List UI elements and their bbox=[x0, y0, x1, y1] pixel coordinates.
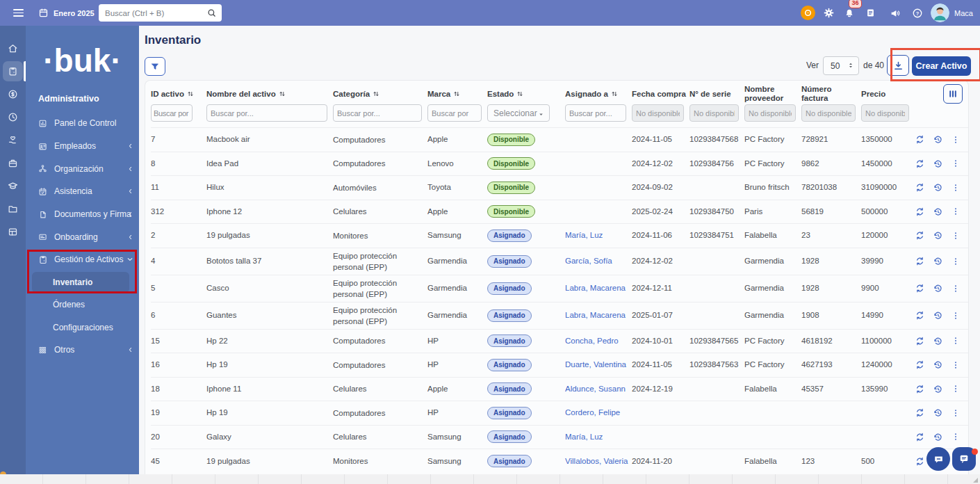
rail-item-clipboard[interactable] bbox=[0, 60, 26, 83]
col-header-nombre-del-activo[interactable]: Nombre del activo bbox=[206, 81, 333, 103]
period-label[interactable]: Enero 2025 bbox=[54, 9, 95, 17]
history-icon[interactable] bbox=[933, 256, 943, 266]
columns-button[interactable] bbox=[943, 84, 963, 104]
per-page-select[interactable]: 50 bbox=[823, 56, 859, 75]
sort-icon[interactable] bbox=[372, 90, 380, 98]
assigned-link[interactable]: Concha, Pedro bbox=[565, 337, 619, 345]
filter-input-nombre-del-activo[interactable] bbox=[206, 104, 327, 122]
filter-input-asignado-a[interactable] bbox=[565, 104, 626, 122]
notifications-bell[interactable]: 36 bbox=[839, 8, 860, 19]
kebab-menu-icon[interactable] bbox=[951, 135, 961, 145]
filter-input-id-activo[interactable] bbox=[151, 104, 193, 122]
history-icon[interactable] bbox=[933, 336, 943, 346]
sidebar-subitem--rdenes[interactable]: Órdenes bbox=[26, 293, 139, 316]
reassign-icon[interactable] bbox=[915, 230, 925, 241]
gear-icon[interactable] bbox=[818, 7, 839, 19]
assigned-link[interactable]: Labra, Macarena bbox=[565, 284, 626, 292]
col-header-id-activo[interactable]: ID activo bbox=[151, 81, 206, 103]
reassign-icon[interactable] bbox=[915, 182, 925, 193]
rail-item-box[interactable] bbox=[0, 152, 26, 175]
assigned-link[interactable]: María, Luz bbox=[565, 231, 603, 239]
assigned-link[interactable]: Aldunce, Susann bbox=[565, 385, 626, 393]
sort-icon[interactable] bbox=[186, 90, 195, 98]
filter-input-marca[interactable] bbox=[427, 104, 482, 122]
reassign-icon[interactable] bbox=[915, 134, 925, 145]
history-icon[interactable] bbox=[933, 408, 943, 418]
rail-item-hand-heart[interactable] bbox=[0, 129, 26, 152]
assigned-link[interactable]: Cordero, Felipe bbox=[565, 408, 620, 417]
col-header-marca[interactable]: Marca bbox=[427, 81, 487, 103]
filter-button[interactable] bbox=[145, 57, 165, 76]
history-icon[interactable] bbox=[933, 230, 943, 241]
kebab-menu-icon[interactable] bbox=[951, 231, 961, 241]
rail-item-home[interactable] bbox=[0, 37, 26, 60]
sidebar-item-onboarding[interactable]: Onboarding bbox=[26, 225, 139, 248]
rail-item-folder[interactable] bbox=[0, 197, 26, 220]
rail-item-kanban[interactable] bbox=[0, 220, 26, 243]
kebab-menu-icon[interactable] bbox=[951, 284, 961, 293]
history-icon[interactable] bbox=[933, 360, 943, 370]
sort-icon[interactable] bbox=[452, 90, 461, 98]
sidebar-item-empleados[interactable]: Empleados bbox=[26, 135, 139, 158]
reassign-icon[interactable] bbox=[915, 456, 925, 467]
kebab-menu-icon[interactable] bbox=[951, 432, 961, 442]
reassign-icon[interactable] bbox=[915, 432, 925, 442]
kebab-menu-icon[interactable] bbox=[951, 159, 961, 168]
assigned-link[interactable]: Labra, Macarena bbox=[565, 311, 626, 319]
sort-icon[interactable] bbox=[516, 90, 524, 98]
help-icon[interactable]: ? bbox=[907, 8, 928, 19]
kebab-menu-icon[interactable] bbox=[951, 257, 961, 266]
megaphone-icon[interactable] bbox=[885, 8, 906, 19]
col-header-asignado-a[interactable]: Asignado a bbox=[565, 81, 632, 103]
col-header-categor-a[interactable]: Categoría bbox=[333, 81, 427, 103]
kebab-menu-icon[interactable] bbox=[951, 207, 961, 216]
support-widget-fab[interactable] bbox=[952, 447, 976, 471]
kebab-menu-icon[interactable] bbox=[951, 408, 961, 418]
filter-select-estado[interactable]: Seleccionar bbox=[487, 104, 550, 122]
sidebar-item-asistencia[interactable]: Asistencia bbox=[26, 180, 139, 203]
col-header-estado[interactable]: Estado bbox=[487, 81, 565, 103]
global-search[interactable] bbox=[99, 4, 222, 22]
user-name[interactable]: Maca bbox=[954, 9, 973, 17]
assigned-link[interactable]: García, Sofía bbox=[565, 257, 612, 265]
documents-icon[interactable] bbox=[860, 8, 881, 18]
history-icon[interactable] bbox=[933, 207, 943, 217]
sidebar-item-panel-de-control[interactable]: Panel de Control bbox=[26, 112, 139, 135]
sidebar-item-gesti-n-de-activos[interactable]: Gestión de Activos bbox=[26, 248, 139, 271]
global-search-input[interactable] bbox=[105, 4, 202, 22]
reassign-icon[interactable] bbox=[915, 159, 925, 169]
sidebar-subitem-configuraciones[interactable]: Configuraciones bbox=[26, 316, 139, 339]
assigned-link[interactable]: María, Luz bbox=[565, 433, 603, 441]
kebab-menu-icon[interactable] bbox=[951, 336, 961, 346]
search-icon[interactable] bbox=[206, 8, 217, 18]
sidebar-item-documentos-y-firma[interactable]: Documentos y Firma bbox=[26, 203, 139, 226]
history-icon[interactable] bbox=[933, 283, 943, 293]
assigned-link[interactable]: Duarte, Valentina bbox=[565, 360, 626, 369]
sidebar-subitem-inventario[interactable]: Inventario bbox=[26, 271, 139, 293]
reassign-icon[interactable] bbox=[915, 256, 925, 266]
bottom-scroll-strip[interactable] bbox=[0, 474, 980, 484]
kebab-menu-icon[interactable] bbox=[951, 183, 961, 193]
rail-item-coin[interactable] bbox=[0, 83, 26, 106]
filter-input-categor-a[interactable] bbox=[333, 104, 422, 122]
reassign-icon[interactable] bbox=[915, 384, 925, 394]
create-asset-button[interactable]: Crear Activo bbox=[912, 56, 971, 76]
sort-icon[interactable] bbox=[278, 90, 286, 98]
history-icon[interactable] bbox=[933, 182, 943, 193]
history-icon[interactable] bbox=[933, 432, 943, 442]
avatar[interactable] bbox=[931, 3, 949, 22]
history-icon[interactable] bbox=[933, 310, 943, 321]
download-button[interactable] bbox=[887, 55, 909, 76]
rail-item-grad-cap[interactable] bbox=[0, 175, 26, 197]
reassign-icon[interactable] bbox=[915, 360, 925, 370]
kebab-menu-icon[interactable] bbox=[951, 360, 961, 370]
calendar-icon[interactable] bbox=[38, 8, 49, 18]
kebab-menu-icon[interactable] bbox=[951, 384, 961, 394]
history-icon[interactable] bbox=[933, 134, 943, 145]
sidebar-item-otros[interactable]: Otros bbox=[26, 339, 139, 362]
buk-apps-icon[interactable] bbox=[797, 6, 818, 20]
assigned-link[interactable]: Villalobos, Valeria bbox=[565, 457, 628, 465]
rail-item-clock[interactable] bbox=[0, 106, 26, 129]
reassign-icon[interactable] bbox=[915, 207, 925, 217]
chat-fab[interactable] bbox=[926, 447, 950, 471]
